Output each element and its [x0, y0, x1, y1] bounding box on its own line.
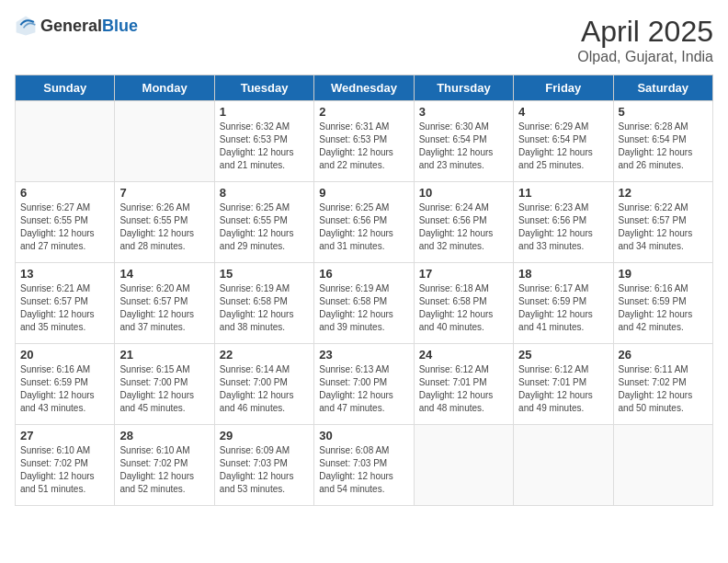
- day-info: Sunrise: 6:16 AM Sunset: 6:59 PM Dayligh…: [619, 282, 708, 334]
- week-row-4: 20Sunrise: 6:16 AM Sunset: 6:59 PM Dayli…: [16, 344, 713, 425]
- day-number: 23: [319, 348, 408, 362]
- day-number: 22: [220, 348, 309, 362]
- day-cell-empty: [115, 101, 214, 182]
- day-header-thursday: Thursday: [414, 75, 513, 101]
- day-cell-10: 10Sunrise: 6:24 AM Sunset: 6:56 PM Dayli…: [414, 182, 513, 263]
- day-cell-16: 16Sunrise: 6:19 AM Sunset: 6:58 PM Dayli…: [314, 263, 414, 344]
- day-cell-27: 27Sunrise: 6:10 AM Sunset: 7:02 PM Dayli…: [16, 425, 115, 506]
- day-number: 2: [319, 105, 408, 119]
- day-number: 28: [119, 429, 209, 442]
- day-info: Sunrise: 6:09 AM Sunset: 7:03 PM Dayligh…: [220, 444, 309, 496]
- day-info: Sunrise: 6:30 AM Sunset: 6:54 PM Dayligh…: [419, 121, 508, 172]
- day-number: 10: [419, 186, 508, 200]
- day-header-saturday: Saturday: [613, 75, 712, 101]
- day-cell-3: 3Sunrise: 6:30 AM Sunset: 6:54 PM Daylig…: [414, 101, 513, 182]
- week-row-5: 27Sunrise: 6:10 AM Sunset: 7:02 PM Dayli…: [16, 425, 713, 506]
- day-cell-7: 7Sunrise: 6:26 AM Sunset: 6:55 PM Daylig…: [115, 182, 214, 263]
- day-number: 21: [119, 348, 209, 362]
- day-info: Sunrise: 6:14 AM Sunset: 7:00 PM Dayligh…: [220, 363, 309, 415]
- day-number: 9: [319, 186, 408, 200]
- day-cell-12: 12Sunrise: 6:22 AM Sunset: 6:57 PM Dayli…: [613, 182, 712, 263]
- day-cell-30: 30Sunrise: 6:08 AM Sunset: 7:03 PM Dayli…: [314, 425, 414, 506]
- day-number: 15: [220, 267, 309, 281]
- day-info: Sunrise: 6:10 AM Sunset: 7:02 PM Dayligh…: [20, 444, 109, 496]
- day-number: 20: [20, 348, 109, 362]
- page: GeneralBlue April 2025 Olpad, Gujarat, I…: [0, 0, 728, 563]
- day-info: Sunrise: 6:21 AM Sunset: 6:57 PM Dayligh…: [20, 282, 109, 334]
- day-cell-2: 2Sunrise: 6:31 AM Sunset: 6:53 PM Daylig…: [314, 101, 414, 182]
- day-number: 16: [319, 267, 408, 281]
- day-number: 25: [518, 348, 608, 362]
- day-number: 11: [518, 186, 608, 200]
- day-cell-19: 19Sunrise: 6:16 AM Sunset: 6:59 PM Dayli…: [613, 263, 712, 344]
- day-cell-22: 22Sunrise: 6:14 AM Sunset: 7:00 PM Dayli…: [214, 344, 313, 425]
- day-number: 1: [220, 105, 309, 119]
- day-info: Sunrise: 6:27 AM Sunset: 6:55 PM Dayligh…: [20, 201, 109, 253]
- day-info: Sunrise: 6:31 AM Sunset: 6:53 PM Dayligh…: [319, 121, 408, 172]
- month-title: April 2025: [577, 15, 713, 49]
- day-cell-25: 25Sunrise: 6:12 AM Sunset: 7:01 PM Dayli…: [514, 344, 613, 425]
- day-number: 19: [619, 267, 708, 281]
- day-info: Sunrise: 6:10 AM Sunset: 7:02 PM Dayligh…: [119, 444, 209, 496]
- day-cell-26: 26Sunrise: 6:11 AM Sunset: 7:02 PM Dayli…: [613, 344, 712, 425]
- day-info: Sunrise: 6:29 AM Sunset: 6:54 PM Dayligh…: [518, 121, 608, 172]
- day-number: 5: [619, 105, 708, 119]
- day-cell-9: 9Sunrise: 6:25 AM Sunset: 6:56 PM Daylig…: [314, 182, 414, 263]
- day-number: 14: [119, 267, 209, 281]
- day-header-wednesday: Wednesday: [314, 75, 414, 101]
- day-number: 12: [619, 186, 708, 200]
- day-info: Sunrise: 6:13 AM Sunset: 7:00 PM Dayligh…: [319, 363, 408, 415]
- day-info: Sunrise: 6:20 AM Sunset: 6:57 PM Dayligh…: [119, 282, 209, 334]
- header-row: SundayMondayTuesdayWednesdayThursdayFrid…: [16, 75, 713, 101]
- day-info: Sunrise: 6:28 AM Sunset: 6:54 PM Dayligh…: [619, 121, 708, 172]
- day-info: Sunrise: 6:18 AM Sunset: 6:58 PM Dayligh…: [419, 282, 508, 334]
- day-number: 17: [419, 267, 508, 281]
- day-header-tuesday: Tuesday: [214, 75, 313, 101]
- day-cell-empty: [514, 425, 613, 506]
- day-number: 29: [220, 429, 309, 442]
- day-cell-6: 6Sunrise: 6:27 AM Sunset: 6:55 PM Daylig…: [16, 182, 115, 263]
- day-number: 8: [220, 186, 309, 200]
- day-info: Sunrise: 6:19 AM Sunset: 6:58 PM Dayligh…: [220, 282, 309, 334]
- day-info: Sunrise: 6:17 AM Sunset: 6:59 PM Dayligh…: [518, 282, 608, 334]
- day-cell-24: 24Sunrise: 6:12 AM Sunset: 7:01 PM Dayli…: [414, 344, 513, 425]
- day-info: Sunrise: 6:15 AM Sunset: 7:00 PM Dayligh…: [119, 363, 209, 415]
- day-info: Sunrise: 6:22 AM Sunset: 6:57 PM Dayligh…: [619, 201, 708, 253]
- day-cell-empty: [16, 101, 115, 182]
- day-number: 7: [119, 186, 209, 200]
- logo-icon: [15, 15, 37, 37]
- logo-text: GeneralBlue: [40, 17, 138, 36]
- day-cell-8: 8Sunrise: 6:25 AM Sunset: 6:55 PM Daylig…: [214, 182, 313, 263]
- day-header-sunday: Sunday: [16, 75, 115, 101]
- week-row-3: 13Sunrise: 6:21 AM Sunset: 6:57 PM Dayli…: [16, 263, 713, 344]
- day-info: Sunrise: 6:25 AM Sunset: 6:56 PM Dayligh…: [319, 201, 408, 253]
- logo: GeneralBlue: [15, 15, 138, 37]
- day-number: 3: [419, 105, 508, 119]
- day-header-friday: Friday: [514, 75, 613, 101]
- day-number: 6: [20, 186, 109, 200]
- day-info: Sunrise: 6:11 AM Sunset: 7:02 PM Dayligh…: [619, 363, 708, 415]
- calendar-table: SundayMondayTuesdayWednesdayThursdayFrid…: [15, 75, 713, 506]
- day-header-monday: Monday: [115, 75, 214, 101]
- day-info: Sunrise: 6:12 AM Sunset: 7:01 PM Dayligh…: [518, 363, 608, 415]
- day-cell-15: 15Sunrise: 6:19 AM Sunset: 6:58 PM Dayli…: [214, 263, 313, 344]
- title-area: April 2025 Olpad, Gujarat, India: [577, 15, 713, 65]
- day-cell-empty: [414, 425, 513, 506]
- day-cell-13: 13Sunrise: 6:21 AM Sunset: 6:57 PM Dayli…: [16, 263, 115, 344]
- day-cell-5: 5Sunrise: 6:28 AM Sunset: 6:54 PM Daylig…: [613, 101, 712, 182]
- logo-blue: Blue: [102, 17, 138, 35]
- day-info: Sunrise: 6:25 AM Sunset: 6:55 PM Dayligh…: [220, 201, 309, 253]
- day-cell-empty: [613, 425, 712, 506]
- day-info: Sunrise: 6:26 AM Sunset: 6:55 PM Dayligh…: [119, 201, 209, 253]
- day-info: Sunrise: 6:16 AM Sunset: 6:59 PM Dayligh…: [20, 363, 109, 415]
- week-row-1: 1Sunrise: 6:32 AM Sunset: 6:53 PM Daylig…: [16, 101, 713, 182]
- day-number: 24: [419, 348, 508, 362]
- header: GeneralBlue April 2025 Olpad, Gujarat, I…: [15, 15, 713, 65]
- day-info: Sunrise: 6:12 AM Sunset: 7:01 PM Dayligh…: [419, 363, 508, 415]
- day-cell-20: 20Sunrise: 6:16 AM Sunset: 6:59 PM Dayli…: [16, 344, 115, 425]
- day-cell-14: 14Sunrise: 6:20 AM Sunset: 6:57 PM Dayli…: [115, 263, 214, 344]
- logo-general: General: [40, 17, 102, 35]
- day-info: Sunrise: 6:08 AM Sunset: 7:03 PM Dayligh…: [319, 444, 408, 496]
- day-number: 27: [20, 429, 109, 442]
- location: Olpad, Gujarat, India: [577, 49, 713, 65]
